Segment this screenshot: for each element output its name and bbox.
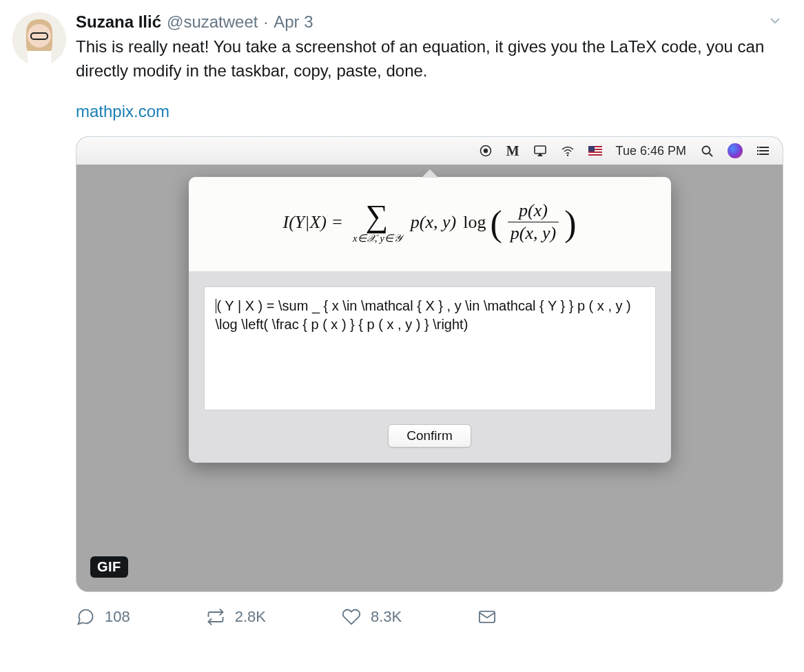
- svg-point-14: [703, 147, 710, 154]
- menubar-clock: Tue 6:46 PM: [616, 144, 686, 158]
- record-icon: [479, 144, 493, 158]
- siri-icon: [728, 143, 743, 158]
- tweet-container: Suzana Ilić @suzatweet · Apr 3 This is r…: [0, 0, 804, 643]
- tweet-header: Suzana Ilić @suzatweet · Apr 3: [76, 12, 783, 32]
- mathpix-menubar-icon: M: [506, 143, 519, 159]
- svg-point-21: [757, 154, 759, 155]
- eq-lhs: I(Y|X) =: [282, 212, 343, 233]
- svg-point-20: [757, 150, 759, 151]
- svg-rect-7: [535, 146, 546, 154]
- eq-frac-num: p(x): [516, 201, 550, 221]
- rendered-equation: I(Y|X) = ∑ x∈𝒳, y∈𝒴 p(x, y) log ( p(x): [189, 177, 671, 271]
- reply-button[interactable]: 108: [76, 607, 130, 627]
- airplay-icon: [533, 144, 547, 158]
- eq-right-paren: ): [564, 209, 576, 238]
- gif-badge: GIF: [90, 556, 128, 578]
- eq-pxy: p(x, y): [411, 212, 456, 233]
- mac-desktop-area: I(Y|X) = ∑ x∈𝒳, y∈𝒴 p(x, y) log ( p(x): [76, 165, 783, 591]
- svg-line-15: [710, 154, 713, 157]
- like-count: 8.3K: [371, 608, 402, 626]
- tweet-text: This is really neat! You take a screensh…: [76, 35, 783, 83]
- eq-log: log: [463, 212, 486, 233]
- latex-text: ( Y | X ) = \sum _ { x \in \mathcal { X …: [216, 298, 635, 332]
- author-handle[interactable]: @suzatweet: [167, 12, 258, 32]
- spotlight-icon: [700, 144, 714, 158]
- like-button[interactable]: 8.3K: [342, 607, 402, 627]
- retweet-count: 2.8K: [235, 608, 266, 626]
- svg-point-6: [484, 149, 488, 153]
- eq-sigma: ∑: [366, 200, 389, 232]
- confirm-button[interactable]: Confirm: [388, 424, 471, 448]
- eq-left-paren: (: [490, 209, 502, 238]
- svg-rect-22: [480, 611, 495, 622]
- mathpix-popover: I(Y|X) = ∑ x∈𝒳, y∈𝒴 p(x, y) log ( p(x): [189, 177, 671, 463]
- eq-sum-subscript: x∈𝒳, y∈𝒴: [353, 233, 401, 244]
- tweet-menu-caret[interactable]: [767, 12, 783, 32]
- svg-point-8: [566, 155, 568, 156]
- notification-center-icon: [756, 144, 770, 158]
- tweet-media-gif[interactable]: M Tue 6:46 PM: [76, 136, 783, 592]
- chevron-down-icon: [767, 12, 783, 29]
- retweet-button[interactable]: 2.8K: [206, 607, 266, 627]
- tweet-body: Suzana Ilić @suzatweet · Apr 3 This is r…: [76, 12, 783, 631]
- svg-rect-12: [588, 153, 602, 154]
- header-separator: ·: [263, 12, 268, 32]
- latex-output-textbox[interactable]: ( Y | X ) = \sum _ { x \in \mathcal { X …: [204, 286, 656, 410]
- author-display-name[interactable]: Suzana Ilić: [76, 12, 161, 32]
- wifi-icon: [561, 144, 575, 158]
- tweet-external-link[interactable]: mathpix.com: [76, 102, 169, 121]
- svg-rect-13: [588, 146, 595, 151]
- avatar[interactable]: [12, 12, 66, 66]
- envelope-icon: [477, 607, 497, 627]
- svg-rect-4: [28, 51, 51, 66]
- tweet-date[interactable]: Apr 3: [274, 12, 313, 32]
- tweet-actions: 108 2.8K 8.3K: [76, 606, 783, 631]
- heart-icon: [342, 607, 361, 627]
- reply-icon: [76, 607, 95, 627]
- reply-count: 108: [105, 608, 130, 626]
- dm-button[interactable]: [477, 607, 497, 627]
- us-flag-icon: [588, 146, 602, 156]
- mac-menubar: M Tue 6:46 PM: [76, 137, 783, 165]
- retweet-icon: [206, 607, 225, 627]
- eq-frac-den: p(x, y): [508, 224, 559, 244]
- svg-point-19: [757, 147, 759, 148]
